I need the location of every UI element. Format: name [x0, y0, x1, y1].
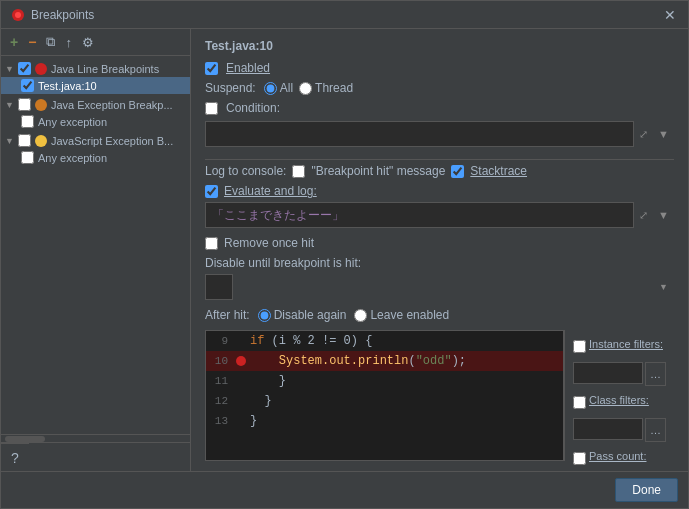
- all-radio-label[interactable]: All: [264, 81, 293, 95]
- instance-filters-btn[interactable]: …: [645, 362, 666, 386]
- class-filters-input[interactable]: [573, 418, 643, 440]
- disable-select-row: [205, 274, 674, 300]
- condition-input[interactable]: [205, 121, 634, 147]
- side-filters-panel: Instance filters: … Class filters: …: [564, 330, 674, 461]
- class-filters-checkbox[interactable]: [573, 396, 586, 409]
- js-exception-checkbox[interactable]: [18, 134, 31, 147]
- eval-input-row: ⤢ ▼: [205, 202, 674, 228]
- instance-filters-input-row: …: [573, 362, 666, 386]
- disable-again-radio[interactable]: [258, 309, 271, 322]
- code-text-11: }: [250, 372, 286, 390]
- eval-expand-icon[interactable]: ⤢: [634, 206, 653, 225]
- condition-expand-icon[interactable]: ⤢: [634, 121, 653, 147]
- any-exception-2-checkbox[interactable]: [21, 151, 34, 164]
- enabled-label: Enabled: [226, 61, 270, 75]
- tree-group-js-exception-header[interactable]: ▼ JavaScript Exception B...: [1, 132, 190, 149]
- disable-label: Disable until breakpoint is hit:: [205, 256, 674, 270]
- condition-label: Condition:: [226, 101, 280, 115]
- remove-checkbox[interactable]: [205, 237, 218, 250]
- leave-enabled-text: Leave enabled: [370, 308, 449, 322]
- condition-dropdown-icon[interactable]: ▼: [653, 121, 674, 147]
- class-filters-btn[interactable]: …: [645, 418, 666, 442]
- eval-dropdown-icon[interactable]: ▼: [653, 206, 674, 224]
- remove-button[interactable]: −: [25, 33, 39, 51]
- bp-dot-10: [236, 356, 246, 366]
- eval-row: Evaluate and log:: [205, 184, 674, 198]
- all-radio[interactable]: [264, 82, 277, 95]
- code-line-10: 10 System.out.println("odd");: [206, 351, 563, 371]
- instance-filters-row: Instance filters:: [573, 338, 666, 354]
- tree-group-java-exception: ▼ Java Exception Breakp... Any exception: [1, 96, 190, 130]
- line-num-9: 9: [206, 332, 236, 350]
- enabled-checkbox[interactable]: [205, 62, 218, 75]
- settings-button[interactable]: ⚙: [79, 34, 97, 51]
- close-button[interactable]: ✕: [662, 7, 678, 23]
- java-line-checkbox[interactable]: [18, 62, 31, 75]
- remove-label: Remove once hit: [224, 236, 314, 250]
- disable-select[interactable]: [205, 274, 233, 300]
- condition-input-row: ⤢ ▼: [205, 121, 674, 147]
- code-text-10: System.out.println("odd");: [250, 352, 466, 370]
- line-num-12: 12: [206, 392, 236, 410]
- breakpoint-msg-checkbox[interactable]: [292, 165, 305, 178]
- breakpoints-toolbar: + − ⧉ ↑ ⚙: [1, 29, 190, 56]
- breakpoints-icon: [11, 8, 25, 22]
- instance-filters-checkbox[interactable]: [573, 340, 586, 353]
- thread-radio-label[interactable]: Thread: [299, 81, 353, 95]
- condition-checkbox[interactable]: [205, 102, 218, 115]
- export-button[interactable]: ↑: [62, 34, 75, 51]
- test-java-10-checkbox[interactable]: [21, 79, 34, 92]
- add-button[interactable]: +: [7, 33, 21, 51]
- pass-count-checkbox[interactable]: [573, 452, 586, 465]
- chevron-down-icon-3: ▼: [5, 136, 14, 146]
- evaluate-checkbox[interactable]: [205, 185, 218, 198]
- any-exception-2-label: Any exception: [38, 152, 107, 164]
- left-panel-scrollbar[interactable]: [1, 434, 190, 442]
- tree-item-any-exception-2[interactable]: Any exception: [1, 149, 190, 166]
- any-exception-1-checkbox[interactable]: [21, 115, 34, 128]
- class-filters-input-row: …: [573, 418, 666, 442]
- class-filters-label: Class filters:: [589, 394, 649, 406]
- done-button[interactable]: Done: [615, 478, 678, 502]
- leave-enabled-label[interactable]: Leave enabled: [354, 308, 449, 322]
- breakpoints-tree: ▼ Java Line Breakpoints Test.java:10 ▼: [1, 56, 190, 434]
- evaluate-input[interactable]: [205, 202, 634, 228]
- svg-point-1: [15, 12, 21, 18]
- help-button[interactable]: ?: [1, 443, 29, 471]
- tree-item-any-exception-1[interactable]: Any exception: [1, 113, 190, 130]
- test-java-10-label: Test.java:10: [38, 80, 97, 92]
- java-exception-checkbox[interactable]: [18, 98, 31, 111]
- java-exception-label: Java Exception Breakp...: [51, 99, 173, 111]
- tree-group-java-exception-header[interactable]: ▼ Java Exception Breakp...: [1, 96, 190, 113]
- tree-group-js-exception: ▼ JavaScript Exception B... Any exceptio…: [1, 132, 190, 166]
- tree-group-java-line-header[interactable]: ▼ Java Line Breakpoints: [1, 60, 190, 77]
- suspend-row: Suspend: All Thread: [205, 81, 674, 95]
- class-filters-row: Class filters:: [573, 394, 666, 410]
- instance-filters-input[interactable]: [573, 362, 643, 384]
- line-num-13: 13: [206, 412, 236, 430]
- breakpoints-window: Breakpoints ✕ + − ⧉ ↑ ⚙ ▼: [0, 0, 689, 509]
- line-num-10: 10: [206, 352, 236, 370]
- js-exception-icon: [35, 135, 47, 147]
- stacktrace-checkbox[interactable]: [451, 165, 464, 178]
- stacktrace-label: Stacktrace: [470, 164, 527, 178]
- bp-empty-9: [236, 336, 246, 346]
- leave-enabled-radio[interactable]: [354, 309, 367, 322]
- disable-again-text: Disable again: [274, 308, 347, 322]
- java-line-label: Java Line Breakpoints: [51, 63, 159, 75]
- main-content: + − ⧉ ↑ ⚙ ▼ Java Line Breakpoints: [1, 29, 688, 471]
- title-bar: Breakpoints ✕: [1, 1, 688, 29]
- thread-label: Thread: [315, 81, 353, 95]
- remove-row: Remove once hit: [205, 236, 674, 250]
- any-exception-1-label: Any exception: [38, 116, 107, 128]
- left-bottom: ?: [1, 442, 190, 471]
- copy-button[interactable]: ⧉: [43, 33, 58, 51]
- disable-select-wrapper: [205, 274, 674, 300]
- code-text-13: }: [250, 412, 257, 430]
- code-line-13: 13 }: [206, 411, 563, 431]
- suspend-radio-group: All Thread: [264, 81, 353, 95]
- thread-radio[interactable]: [299, 82, 312, 95]
- tree-item-test-java-10[interactable]: Test.java:10: [1, 77, 190, 94]
- code-line-9: 9 if (i % 2 != 0) {: [206, 331, 563, 351]
- disable-again-label[interactable]: Disable again: [258, 308, 347, 322]
